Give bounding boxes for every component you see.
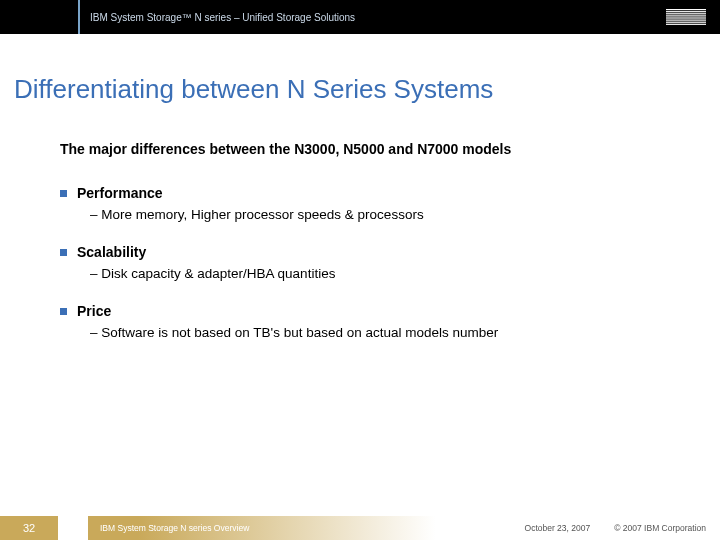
footer-right: October 23, 2007 © 2007 IBM Corporation	[525, 516, 720, 540]
section-performance: Performance More memory, Higher processo…	[60, 185, 720, 222]
section-detail: Software is not based on TB's but based …	[90, 325, 720, 340]
section-head: Scalability	[60, 244, 720, 260]
footer-copyright: © 2007 IBM Corporation	[614, 523, 706, 533]
header-title: IBM System Storage™ N series – Unified S…	[90, 12, 355, 23]
svg-rect-3	[666, 15, 706, 16]
svg-rect-4	[666, 17, 706, 18]
section-head: Price	[60, 303, 720, 319]
page-number: 32	[0, 516, 58, 540]
section-title: Scalability	[77, 244, 146, 260]
svg-rect-1	[666, 11, 706, 12]
section-title: Price	[77, 303, 111, 319]
svg-rect-6	[666, 22, 706, 23]
svg-rect-0	[666, 9, 706, 10]
ibm-logo-icon	[666, 9, 706, 25]
bullet-icon	[60, 190, 67, 197]
slide-title: Differentiating between N Series Systems	[14, 74, 720, 105]
section-price: Price Software is not based on TB's but …	[60, 303, 720, 340]
bullet-icon	[60, 249, 67, 256]
svg-rect-5	[666, 20, 706, 21]
content-body: Performance More memory, Higher processo…	[60, 185, 720, 340]
footer-date: October 23, 2007	[525, 523, 591, 533]
section-detail: More memory, Higher processor speeds & p…	[90, 207, 720, 222]
slide-subtitle: The major differences between the N3000,…	[60, 141, 720, 157]
section-scalability: Scalability Disk capacity & adapter/HBA …	[60, 244, 720, 281]
header-left: IBM System Storage™ N series – Unified S…	[0, 0, 355, 34]
bullet-icon	[60, 308, 67, 315]
slide-header: IBM System Storage™ N series – Unified S…	[0, 0, 720, 34]
section-detail: Disk capacity & adapter/HBA quantities	[90, 266, 720, 281]
svg-rect-2	[666, 13, 706, 14]
section-title: Performance	[77, 185, 163, 201]
footer-doc-title: IBM System Storage N series Overview	[100, 523, 249, 533]
header-accent	[0, 0, 80, 34]
slide-footer: 32 IBM System Storage N series Overview …	[0, 516, 720, 540]
section-head: Performance	[60, 185, 720, 201]
svg-rect-7	[666, 24, 706, 25]
